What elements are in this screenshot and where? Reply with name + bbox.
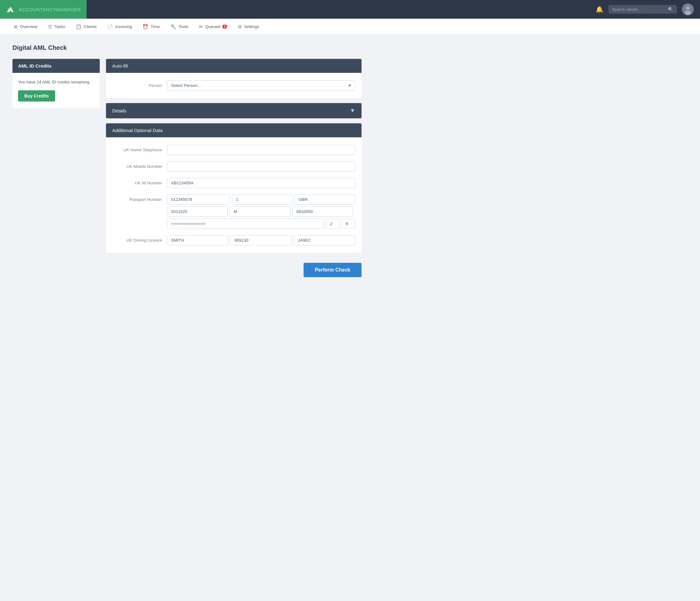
passport-number-label: Passport Number (112, 194, 162, 202)
credits-body: You have 24 AML ID credits remaining. Bu… (12, 73, 100, 108)
right-panel: Auto-fill Person Select Person... (106, 59, 361, 279)
passport-field-2[interactable] (326, 218, 340, 229)
passport-field-9[interactable] (342, 218, 355, 229)
uk-ni-number-wrap (167, 178, 355, 188)
passport-gender-input[interactable] (230, 206, 291, 217)
settings-label: Settings (244, 24, 259, 29)
tools-label: Tools (179, 24, 189, 29)
search-bar: 🔍 (608, 5, 677, 14)
uk-ni-number-row: UK NI Number (112, 178, 355, 188)
tools-icon: 🔧 (171, 24, 176, 30)
details-header[interactable]: Details ▼ (106, 103, 361, 118)
credits-text: You have 24 AML ID credits remaining. (18, 79, 94, 85)
settings-icon: ⚙ (238, 24, 242, 30)
uk-mobile-number-label: UK Mobile Number (112, 161, 162, 169)
overview-icon: ⊞ (14, 24, 18, 30)
additional-title: Additional Optional Data (112, 128, 163, 133)
sidebar-item-clients[interactable]: 📋 Clients (71, 22, 101, 31)
details-section: Details ▼ (106, 103, 361, 118)
time-label: Time (151, 24, 160, 29)
uk-ni-number-input[interactable] (167, 178, 355, 188)
main-content: Digital AML Check AML ID Credits You hav… (0, 35, 374, 288)
passport-date-input[interactable] (167, 206, 228, 217)
person-select-wrap: Select Person... (167, 80, 355, 90)
passport-chevrons-input[interactable] (167, 218, 324, 229)
uk-driving-licence-label: UK Driving Licence (112, 235, 162, 242)
time-icon: ⏰ (143, 24, 148, 30)
sidebar-item-queued[interactable]: ✉ Queued 1 (195, 22, 231, 31)
driving-number-input[interactable] (230, 235, 292, 245)
person-select[interactable]: Select Person... (167, 80, 355, 90)
passport-fields-wrap (167, 194, 355, 229)
app-title-main: ACCOUNTANCY (19, 7, 56, 12)
autofill-header: Auto-fill (106, 59, 361, 73)
bell-icon[interactable]: 🔔 (596, 6, 603, 13)
autofill-body: Person Select Person... (106, 73, 361, 98)
passport-number-row: Passport Number (112, 194, 355, 229)
tasks-label: Tasks (54, 24, 65, 29)
uk-mobile-number-wrap (167, 161, 355, 172)
invoicing-icon: 📄 (107, 24, 113, 30)
tasks-icon: ☰ (48, 24, 52, 30)
additional-header: Additional Optional Data (106, 123, 361, 137)
sidebar-item-settings[interactable]: ⚙ Settings (233, 22, 264, 31)
driving-code-input[interactable] (294, 235, 355, 245)
perform-check-area: Perform Check (106, 258, 361, 279)
svg-point-2 (685, 10, 691, 15)
logo-area: ACCOUNTANCYMANAGER (0, 0, 86, 19)
passport-id-input[interactable] (292, 206, 353, 217)
sidebar-item-invoicing[interactable]: 📄 Invoicing (103, 22, 136, 31)
additional-section: Additional Optional Data UK Home Telepho… (106, 123, 361, 253)
sidebar-item-time[interactable]: ⏰ Time (138, 22, 164, 31)
uk-home-telephone-label: UK Home Telephone (112, 145, 162, 152)
svg-point-1 (686, 6, 690, 10)
content-grid: AML ID Credits You have 24 AML ID credit… (12, 59, 361, 279)
credits-card: AML ID Credits You have 24 AML ID credit… (12, 59, 100, 108)
sidebar-item-tools[interactable]: 🔧 Tools (166, 22, 193, 31)
perform-check-button[interactable]: Perform Check (304, 263, 361, 277)
avatar[interactable] (682, 3, 694, 15)
queued-icon: ✉ (199, 24, 203, 30)
person-label: Person (112, 80, 162, 88)
driving-fields-row (167, 235, 355, 245)
page-title: Digital AML Check (12, 44, 361, 51)
uk-home-telephone-wrap (167, 145, 355, 155)
uk-mobile-number-input[interactable] (167, 161, 355, 172)
additional-body: UK Home Telephone UK Mobile Number (106, 137, 361, 253)
queued-badge: 1 (222, 25, 227, 29)
invoicing-label: Invoicing (115, 24, 132, 29)
top-navbar: ACCOUNTANCYMANAGER 🔔 🔍 (0, 0, 700, 19)
sidebar-item-tasks[interactable]: ☰ Tasks (44, 22, 70, 31)
app-title-highlight: MANAGER (56, 7, 81, 12)
chevron-down-icon: ▼ (350, 107, 355, 114)
autofill-title: Auto-fill (112, 63, 128, 69)
secondary-navbar: ⊞ Overview ☰ Tasks 📋 Clients 📄 Invoicing… (0, 19, 700, 35)
details-title: Details (112, 108, 127, 113)
driving-fields-wrap (167, 235, 355, 245)
person-row: Person Select Person... (112, 80, 355, 90)
queued-label: Queued (205, 24, 220, 29)
passport-country-input[interactable] (295, 194, 355, 205)
search-icon: 🔍 (668, 7, 673, 12)
passport-fields-row2 (167, 218, 355, 229)
uk-driving-licence-row: UK Driving Licence (112, 235, 355, 245)
credits-header: AML ID Credits (12, 59, 100, 73)
clients-label: Clients (84, 24, 97, 29)
driving-surname-input[interactable] (167, 235, 228, 245)
logo-icon (6, 5, 16, 14)
autofill-section: Auto-fill Person Select Person... (106, 59, 361, 98)
left-panel: AML ID Credits You have 24 AML ID credit… (12, 59, 100, 279)
uk-home-telephone-row: UK Home Telephone (112, 145, 355, 155)
app-title: ACCOUNTANCYMANAGER (19, 7, 81, 12)
passport-field-1[interactable] (232, 194, 293, 205)
search-input[interactable] (612, 7, 666, 12)
overview-label: Overview (20, 24, 38, 29)
uk-ni-number-label: UK NI Number (112, 178, 162, 185)
passport-number-input[interactable] (167, 194, 230, 205)
uk-home-telephone-input[interactable] (167, 145, 355, 155)
uk-mobile-number-row: UK Mobile Number (112, 161, 355, 172)
top-nav-right: 🔔 🔍 (596, 3, 694, 15)
clients-icon: 📋 (76, 24, 82, 30)
sidebar-item-overview[interactable]: ⊞ Overview (9, 22, 42, 31)
buy-credits-button[interactable]: Buy Credits (18, 90, 55, 102)
